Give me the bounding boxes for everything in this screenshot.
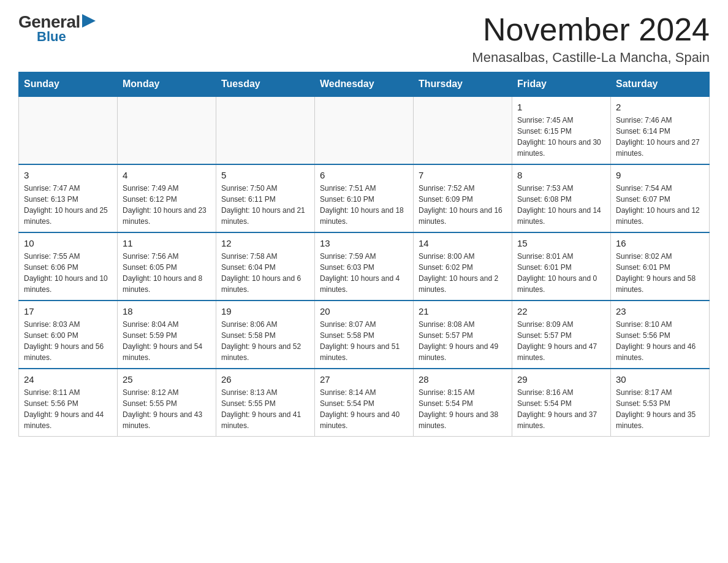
day-cell-4-1: 25Sunrise: 8:12 AM Sunset: 5:55 PM Dayli… — [118, 369, 216, 437]
day-cell-3-4: 21Sunrise: 8:08 AM Sunset: 5:57 PM Dayli… — [414, 301, 512, 369]
day-cell-0-0 — [19, 96, 118, 164]
day-cell-4-0: 24Sunrise: 8:11 AM Sunset: 5:56 PM Dayli… — [19, 369, 118, 437]
day-cell-1-1: 4Sunrise: 7:49 AM Sunset: 6:12 PM Daylig… — [118, 164, 216, 232]
day-number: 27 — [320, 374, 408, 385]
week-row-2: 3Sunrise: 7:47 AM Sunset: 6:13 PM Daylig… — [19, 164, 710, 232]
day-cell-2-3: 13Sunrise: 7:59 AM Sunset: 6:03 PM Dayli… — [315, 232, 414, 301]
day-number: 2 — [616, 102, 704, 112]
day-info: Sunrise: 8:11 AM Sunset: 5:56 PM Dayligh… — [24, 387, 112, 431]
day-cell-2-4: 14Sunrise: 8:00 AM Sunset: 6:02 PM Dayli… — [414, 232, 512, 301]
day-info: Sunrise: 7:56 AM Sunset: 6:05 PM Dayligh… — [123, 251, 211, 295]
header-tuesday: Tuesday — [216, 72, 315, 97]
header-wednesday: Wednesday — [315, 72, 414, 97]
header-saturday: Saturday — [611, 72, 710, 97]
day-number: 19 — [221, 306, 309, 316]
week-row-3: 10Sunrise: 7:55 AM Sunset: 6:06 PM Dayli… — [19, 232, 710, 301]
day-info: Sunrise: 7:55 AM Sunset: 6:06 PM Dayligh… — [24, 251, 112, 295]
day-info: Sunrise: 8:06 AM Sunset: 5:58 PM Dayligh… — [221, 319, 309, 363]
week-row-1: 1Sunrise: 7:45 AM Sunset: 6:15 PM Daylig… — [19, 96, 710, 164]
day-info: Sunrise: 8:13 AM Sunset: 5:55 PM Dayligh… — [221, 387, 309, 431]
day-info: Sunrise: 8:09 AM Sunset: 5:57 PM Dayligh… — [517, 319, 605, 363]
logo-triangle-icon — [82, 14, 96, 28]
day-info: Sunrise: 7:49 AM Sunset: 6:12 PM Dayligh… — [123, 183, 211, 227]
day-number: 24 — [24, 374, 112, 385]
header-thursday: Thursday — [414, 72, 512, 97]
day-info: Sunrise: 8:07 AM Sunset: 5:58 PM Dayligh… — [320, 319, 408, 363]
day-number: 13 — [320, 238, 408, 248]
day-number: 25 — [123, 374, 211, 385]
day-cell-4-2: 26Sunrise: 8:13 AM Sunset: 5:55 PM Dayli… — [216, 369, 315, 437]
day-info: Sunrise: 8:16 AM Sunset: 5:54 PM Dayligh… — [517, 387, 605, 431]
title-area: November 2024 Menasalbas, Castille-La Ma… — [472, 12, 710, 66]
day-cell-3-6: 23Sunrise: 8:10 AM Sunset: 5:56 PM Dayli… — [611, 301, 710, 369]
week-row-5: 24Sunrise: 8:11 AM Sunset: 5:56 PM Dayli… — [19, 369, 710, 437]
day-cell-0-4 — [414, 96, 512, 164]
day-number: 20 — [320, 306, 408, 316]
logo-blue-text: Blue — [37, 29, 66, 45]
header-monday: Monday — [118, 72, 216, 97]
day-number: 21 — [419, 306, 507, 316]
day-info: Sunrise: 8:15 AM Sunset: 5:54 PM Dayligh… — [419, 387, 507, 431]
day-number: 6 — [320, 170, 408, 180]
day-cell-4-5: 29Sunrise: 8:16 AM Sunset: 5:54 PM Dayli… — [512, 369, 611, 437]
day-info: Sunrise: 8:00 AM Sunset: 6:02 PM Dayligh… — [419, 251, 507, 295]
day-cell-4-3: 27Sunrise: 8:14 AM Sunset: 5:54 PM Dayli… — [315, 369, 414, 437]
day-info: Sunrise: 8:02 AM Sunset: 6:01 PM Dayligh… — [616, 251, 704, 295]
day-info: Sunrise: 8:10 AM Sunset: 5:56 PM Dayligh… — [616, 319, 704, 363]
day-cell-0-2 — [216, 96, 315, 164]
day-info: Sunrise: 7:58 AM Sunset: 6:04 PM Dayligh… — [221, 251, 309, 295]
day-info: Sunrise: 7:51 AM Sunset: 6:10 PM Dayligh… — [320, 183, 408, 227]
day-cell-1-0: 3Sunrise: 7:47 AM Sunset: 6:13 PM Daylig… — [19, 164, 118, 232]
day-cell-1-5: 8Sunrise: 7:53 AM Sunset: 6:08 PM Daylig… — [512, 164, 611, 232]
day-cell-4-4: 28Sunrise: 8:15 AM Sunset: 5:54 PM Dayli… — [414, 369, 512, 437]
day-cell-2-0: 10Sunrise: 7:55 AM Sunset: 6:06 PM Dayli… — [19, 232, 118, 301]
day-number: 8 — [517, 170, 605, 180]
day-number: 7 — [419, 170, 507, 180]
day-info: Sunrise: 8:08 AM Sunset: 5:57 PM Dayligh… — [419, 319, 507, 363]
calendar-table: Sunday Monday Tuesday Wednesday Thursday… — [18, 72, 710, 437]
day-cell-4-6: 30Sunrise: 8:17 AM Sunset: 5:53 PM Dayli… — [611, 369, 710, 437]
header-sunday: Sunday — [19, 72, 118, 97]
day-cell-0-6: 2Sunrise: 7:46 AM Sunset: 6:14 PM Daylig… — [611, 96, 710, 164]
day-info: Sunrise: 8:04 AM Sunset: 5:59 PM Dayligh… — [123, 319, 211, 363]
calendar-body: 1Sunrise: 7:45 AM Sunset: 6:15 PM Daylig… — [19, 96, 710, 437]
day-info: Sunrise: 8:01 AM Sunset: 6:01 PM Dayligh… — [517, 251, 605, 295]
day-info: Sunrise: 8:12 AM Sunset: 5:55 PM Dayligh… — [123, 387, 211, 431]
subtitle: Menasalbas, Castille-La Mancha, Spain — [472, 50, 710, 66]
day-info: Sunrise: 7:53 AM Sunset: 6:08 PM Dayligh… — [517, 183, 605, 227]
day-cell-2-6: 16Sunrise: 8:02 AM Sunset: 6:01 PM Dayli… — [611, 232, 710, 301]
day-number: 17 — [24, 306, 112, 316]
day-number: 22 — [517, 306, 605, 316]
day-info: Sunrise: 7:54 AM Sunset: 6:07 PM Dayligh… — [616, 183, 704, 227]
day-number: 11 — [123, 238, 211, 248]
day-number: 3 — [24, 170, 112, 180]
logo: General Blue — [18, 12, 96, 45]
day-cell-1-6: 9Sunrise: 7:54 AM Sunset: 6:07 PM Daylig… — [611, 164, 710, 232]
day-number: 15 — [517, 238, 605, 248]
day-number: 9 — [616, 170, 704, 180]
day-cell-3-3: 20Sunrise: 8:07 AM Sunset: 5:58 PM Dayli… — [315, 301, 414, 369]
day-cell-0-1 — [118, 96, 216, 164]
day-cell-2-1: 11Sunrise: 7:56 AM Sunset: 6:05 PM Dayli… — [118, 232, 216, 301]
day-info: Sunrise: 7:47 AM Sunset: 6:13 PM Dayligh… — [24, 183, 112, 227]
day-number: 26 — [221, 374, 309, 385]
page-header: General Blue November 2024 Menasalbas, C… — [18, 12, 710, 66]
day-info: Sunrise: 7:52 AM Sunset: 6:09 PM Dayligh… — [419, 183, 507, 227]
day-cell-3-1: 18Sunrise: 8:04 AM Sunset: 5:59 PM Dayli… — [118, 301, 216, 369]
day-number: 12 — [221, 238, 309, 248]
day-cell-1-2: 5Sunrise: 7:50 AM Sunset: 6:11 PM Daylig… — [216, 164, 315, 232]
day-cell-0-5: 1Sunrise: 7:45 AM Sunset: 6:15 PM Daylig… — [512, 96, 611, 164]
day-number: 28 — [419, 374, 507, 385]
day-info: Sunrise: 7:50 AM Sunset: 6:11 PM Dayligh… — [221, 183, 309, 227]
weekday-header-row: Sunday Monday Tuesday Wednesday Thursday… — [19, 72, 710, 97]
day-number: 4 — [123, 170, 211, 180]
day-cell-2-2: 12Sunrise: 7:58 AM Sunset: 6:04 PM Dayli… — [216, 232, 315, 301]
day-cell-1-4: 7Sunrise: 7:52 AM Sunset: 6:09 PM Daylig… — [414, 164, 512, 232]
day-number: 18 — [123, 306, 211, 316]
week-row-4: 17Sunrise: 8:03 AM Sunset: 6:00 PM Dayli… — [19, 301, 710, 369]
day-cell-3-0: 17Sunrise: 8:03 AM Sunset: 6:00 PM Dayli… — [19, 301, 118, 369]
day-info: Sunrise: 7:59 AM Sunset: 6:03 PM Dayligh… — [320, 251, 408, 295]
calendar-header: Sunday Monday Tuesday Wednesday Thursday… — [19, 72, 710, 97]
svg-marker-0 — [82, 14, 96, 28]
day-number: 10 — [24, 238, 112, 248]
